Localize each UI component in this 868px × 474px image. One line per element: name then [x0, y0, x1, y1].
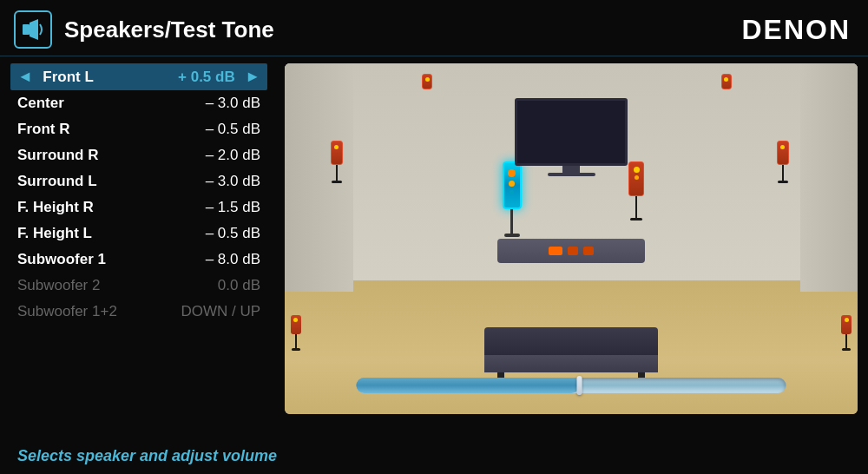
- speaker-surround-l-visual: [331, 141, 343, 183]
- main-content: ◄ Front L + 0.5 dB ► Center – 3.0 dB Fro…: [0, 56, 868, 421]
- help-text: Selects speaker and adjust volume: [17, 447, 277, 464]
- speaker-name-f-height-l: F. Height L: [17, 225, 113, 242]
- sofa: [484, 327, 658, 379]
- speaker-rear-l-visual: [291, 315, 301, 351]
- speaker-row-center[interactable]: Center – 3.0 dB: [17, 90, 260, 116]
- tv-screen: [515, 98, 628, 166]
- speaker-value-f-height-r: – 1.5 dB: [174, 199, 260, 216]
- speaker-value-subwoofer-1-2: DOWN / UP: [174, 303, 260, 320]
- progress-bar-fill: [357, 378, 580, 393]
- svg-marker-1: [30, 19, 38, 40]
- progress-bar-track: [357, 378, 786, 393]
- speaker-value-subwoofer-1: – 8.0 dB: [174, 251, 260, 268]
- brand-logo: DENON: [741, 14, 851, 46]
- room-right-wall: [800, 63, 858, 292]
- speaker-value-subwoofer-2: 0.0 dB: [174, 277, 260, 294]
- speaker-name-center: Center: [17, 95, 113, 112]
- speaker-list: ◄ Front L + 0.5 dB ► Center – 3.0 dB Fro…: [0, 56, 278, 421]
- speaker-value-front-l: + 0.5 dB: [148, 69, 235, 86]
- speaker-value-front-r: – 0.5 dB: [174, 121, 260, 138]
- speaker-name-subwoofer-2: Subwoofer 2: [17, 277, 113, 294]
- speaker-name-f-height-r: F. Height R: [17, 199, 113, 216]
- speaker-value-surround-l: – 3.0 dB: [174, 173, 260, 190]
- speaker-row-front-l[interactable]: ◄ Front L + 0.5 dB ►: [10, 63, 267, 90]
- speaker-icon: [14, 10, 52, 49]
- speaker-rear-r-visual: [841, 315, 852, 351]
- tv-stand-base: [548, 173, 595, 176]
- speaker-value-surround-r: – 2.0 dB: [174, 147, 260, 164]
- speaker-value-f-height-l: – 0.5 dB: [174, 225, 260, 242]
- speaker-row-subwoofer-2: Subwoofer 2 0.0 dB: [17, 273, 260, 299]
- speaker-name-surround-r: Surround R: [17, 147, 113, 164]
- progress-bar-thumb[interactable]: [577, 376, 582, 395]
- tv-cabinet: [497, 239, 645, 263]
- speaker-row-f-height-r[interactable]: F. Height R – 1.5 dB: [17, 194, 260, 221]
- speaker-name-subwoofer-1-2: Subwoofer 1+2: [17, 303, 117, 320]
- svg-rect-0: [23, 24, 30, 35]
- arrow-right-icon[interactable]: ►: [245, 68, 260, 86]
- arrow-left-icon[interactable]: ◄: [17, 68, 33, 86]
- speaker-row-front-r[interactable]: Front R – 0.5 dB: [17, 116, 260, 142]
- speaker-row-subwoofer-1-2: Subwoofer 1+2 DOWN / UP: [17, 299, 260, 325]
- speaker-name-front-l: Front L: [43, 69, 138, 86]
- tv-stand-neck: [562, 166, 580, 173]
- room-scene: [285, 63, 858, 414]
- page-title: Speakers/Test Tone: [64, 16, 741, 43]
- speaker-row-surround-r[interactable]: Surround R – 2.0 dB: [17, 142, 260, 168]
- progress-bar-container: [357, 378, 786, 393]
- speaker-name-subwoofer-1: Subwoofer 1: [17, 251, 113, 268]
- footer-help: Selects speaker and adjust volume: [17, 447, 277, 465]
- room-visualization: [285, 63, 858, 414]
- speaker-row-surround-l[interactable]: Surround L – 3.0 dB: [17, 168, 260, 194]
- speaker-front-r-visual: [628, 161, 644, 221]
- speaker-surround-r-visual: [777, 141, 789, 183]
- speaker-height-r-visual: [721, 74, 732, 89]
- speaker-row-subwoofer-1[interactable]: Subwoofer 1 – 8.0 dB: [17, 247, 260, 273]
- speaker-value-center: – 3.0 dB: [174, 95, 260, 112]
- room-left-wall: [285, 63, 353, 292]
- speaker-row-f-height-l[interactable]: F. Height L – 0.5 dB: [17, 221, 260, 247]
- speaker-name-surround-l: Surround L: [17, 173, 113, 190]
- tv-unit: [515, 98, 628, 176]
- speaker-name-front-r: Front R: [17, 121, 113, 138]
- speaker-height-l-visual: [422, 74, 432, 89]
- header: Speakers/Test Tone DENON: [0, 0, 868, 56]
